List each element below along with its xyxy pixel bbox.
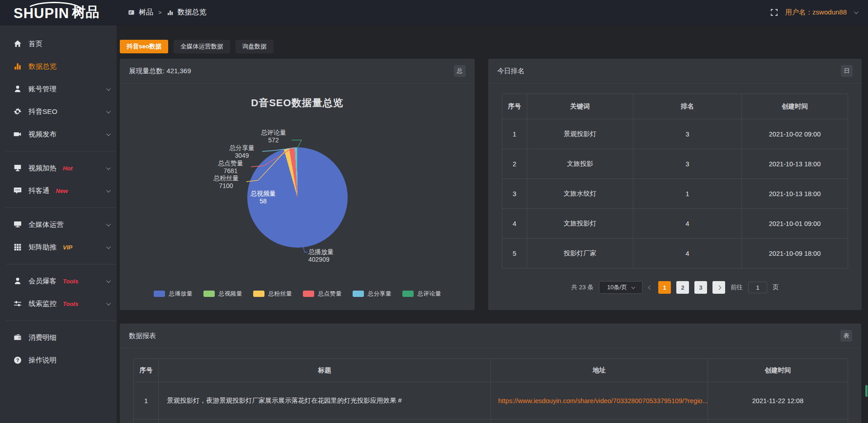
member-icon bbox=[14, 277, 22, 285]
tab-2[interactable]: 询盘数据 bbox=[236, 40, 274, 53]
chevron-down-icon bbox=[632, 285, 635, 289]
chevron-left-icon bbox=[648, 285, 653, 290]
app-logo[interactable]: SHUPIN 树品 bbox=[14, 4, 99, 22]
sidebar-item-badge: Tools bbox=[63, 301, 78, 307]
username[interactable]: 用户名：zswodun88 bbox=[785, 8, 847, 17]
table-row[interactable]: 4文旅投影灯42021-10-01 09:00 bbox=[502, 209, 848, 239]
page-button-3[interactable]: 3 bbox=[694, 281, 707, 294]
chevron-down-icon bbox=[106, 301, 111, 306]
breadcrumb-current[interactable]: 数据总览 bbox=[178, 8, 207, 17]
chevron-down-icon bbox=[106, 188, 111, 193]
legend-label: 总粉丝量 bbox=[269, 290, 292, 298]
chat-icon bbox=[14, 187, 22, 195]
total-badge[interactable]: 总 bbox=[454, 65, 466, 77]
sidebar-item-label: 矩阵助推 bbox=[28, 243, 57, 252]
pie-label-likes: 总点赞量7681 bbox=[210, 160, 251, 175]
legend-swatch bbox=[303, 291, 314, 297]
sidebar-divider bbox=[5, 264, 117, 264]
sidebar-item-sliders[interactable]: 线索监控Tools bbox=[0, 292, 117, 315]
sidebar-item-user[interactable]: 账号管理 bbox=[0, 78, 117, 100]
chart-bar-icon bbox=[167, 9, 174, 16]
grid-icon bbox=[14, 243, 22, 251]
legend-item[interactable]: 总视频量 bbox=[203, 290, 242, 298]
table-row[interactable]: 2文旅投影32021-10-13 18:00 bbox=[502, 149, 848, 179]
table-cell[interactable]: https://www.iesdouyin.com/share/video/70… bbox=[491, 382, 708, 419]
table-cell: 4 bbox=[633, 209, 742, 239]
chart-icon bbox=[14, 62, 22, 70]
prev-page-button[interactable] bbox=[649, 286, 652, 289]
day-badge[interactable]: 日 bbox=[841, 65, 853, 77]
table-row[interactable]: 1景观投影灯，夜游景观投影灯厂家展示展示落花灯在花园里的灯光投影应用效果 #ht… bbox=[134, 382, 848, 419]
ranking-panel-title: 今日排名 bbox=[497, 67, 524, 75]
tab-1[interactable]: 全媒体运营数据 bbox=[174, 40, 230, 53]
sidebar-item-video[interactable]: 视频发布 bbox=[0, 123, 117, 146]
home-icon bbox=[14, 40, 22, 48]
column-header: 创建时间 bbox=[742, 94, 848, 119]
today-ranking-panel: 今日排名 日 序号关键词排名创建时间1景观投影灯32021-10-02 09:0… bbox=[488, 59, 862, 310]
table-cell: 景观投影灯 bbox=[527, 119, 633, 149]
column-header: 创建时间 bbox=[708, 359, 848, 382]
table-badge[interactable]: 表 bbox=[840, 330, 852, 342]
sidebar-item-chart[interactable]: 数据总览 bbox=[0, 55, 117, 78]
sidebar-item-wallet[interactable]: 消费明细 bbox=[0, 326, 117, 349]
chevron-down-icon bbox=[106, 244, 111, 249]
sidebar-item-grid[interactable]: 矩阵助推VIP bbox=[0, 236, 117, 258]
next-page-button[interactable] bbox=[712, 281, 725, 294]
video-icon bbox=[14, 130, 22, 138]
legend-item[interactable]: 总分享量 bbox=[353, 290, 392, 298]
legend-item[interactable]: 总播放量 bbox=[154, 290, 193, 298]
table-cell: 2 bbox=[502, 149, 527, 179]
table-cell: 2021-10-13 18:00 bbox=[742, 149, 848, 179]
table-row[interactable]: 5投影灯厂家42021-10-09 18:00 bbox=[502, 239, 848, 268]
sidebar-item-member[interactable]: 会员爆客Tools bbox=[0, 270, 117, 292]
table-cell: 投影灯厂家 bbox=[527, 239, 633, 268]
sidebar-divider bbox=[5, 151, 117, 151]
impressions-total: 展现量总数: 421,369 bbox=[129, 67, 191, 75]
table-cell: 景观投影灯，夜游景观投影灯厂家展示展示落花灯在花园里的灯光投影应用效果 # bbox=[159, 382, 491, 419]
scrollbar-thumb[interactable] bbox=[865, 385, 868, 397]
goto-page-input[interactable] bbox=[748, 282, 767, 293]
page-button-2[interactable]: 2 bbox=[676, 281, 689, 294]
table-cell: 1 bbox=[502, 119, 527, 149]
page-button-1[interactable]: 1 bbox=[658, 281, 671, 294]
page-size-select[interactable]: 10条/页 bbox=[599, 281, 642, 294]
sidebar-item-gear[interactable]: 抖音SEO bbox=[0, 100, 117, 123]
fullscreen-icon[interactable] bbox=[770, 9, 778, 16]
sidebar-item-home[interactable]: 首页 bbox=[0, 33, 117, 55]
legend-item[interactable]: 总点赞量 bbox=[303, 290, 342, 298]
sidebar-item-label: 抖音SEO bbox=[28, 107, 57, 117]
sidebar-item-label: 视频加热 bbox=[28, 164, 57, 173]
svg-text:?: ? bbox=[16, 357, 19, 363]
legend-label: 总点赞量 bbox=[318, 290, 342, 298]
chevron-right-icon bbox=[717, 285, 721, 290]
table-row[interactable]: 1景观投影灯32021-10-02 09:00 bbox=[502, 119, 848, 149]
sidebar-item-heat[interactable]: 视频加热Hot bbox=[0, 157, 117, 179]
pie-label-shares: 总分享量3049 bbox=[222, 144, 262, 160]
chevron-down-icon bbox=[106, 109, 111, 113]
table-cell: 文旅水纹灯 bbox=[527, 179, 633, 209]
legend-swatch bbox=[154, 291, 165, 297]
pie-label-fans: 总粉丝量7100 bbox=[206, 174, 246, 190]
tab-0[interactable]: 抖音seo数据 bbox=[120, 40, 168, 53]
chevron-down-icon[interactable] bbox=[854, 9, 859, 14]
table-cell: 2021-10-09 18:00 bbox=[742, 239, 848, 268]
legend-swatch bbox=[353, 291, 364, 297]
legend-item[interactable]: 总评论量 bbox=[402, 290, 441, 298]
table-cell: 3 bbox=[633, 119, 742, 149]
table-row[interactable]: 3文旅水纹灯12021-10-13 18:00 bbox=[502, 179, 848, 209]
sidebar-item-chat[interactable]: 抖客通New bbox=[0, 179, 117, 202]
sidebar-item-question[interactable]: ?操作说明 bbox=[0, 349, 117, 371]
table-header-row: 序号关键词排名创建时间 bbox=[502, 94, 848, 119]
pagination: 共 23 条10条/页123前往页 bbox=[488, 281, 862, 294]
legend-swatch bbox=[402, 291, 414, 297]
legend-item[interactable]: 总粉丝量 bbox=[253, 290, 292, 298]
legend-label: 总分享量 bbox=[368, 290, 392, 298]
sidebar-divider bbox=[5, 207, 117, 208]
ranking-panel-header: 今日排名 日 bbox=[488, 59, 862, 84]
sidebar-item-screen[interactable]: 全媒体运营 bbox=[0, 213, 117, 236]
sidebar-item-badge: Hot bbox=[63, 165, 73, 172]
breadcrumb-root[interactable]: 树品 bbox=[139, 8, 153, 17]
column-header: 关键词 bbox=[527, 94, 633, 119]
chart-title: D音SEO数据量总览 bbox=[120, 96, 475, 110]
pie-chart-area: D音SEO数据量总览 总评论量572 总分享量3049 总点赞量7681 总粉丝… bbox=[120, 84, 475, 310]
